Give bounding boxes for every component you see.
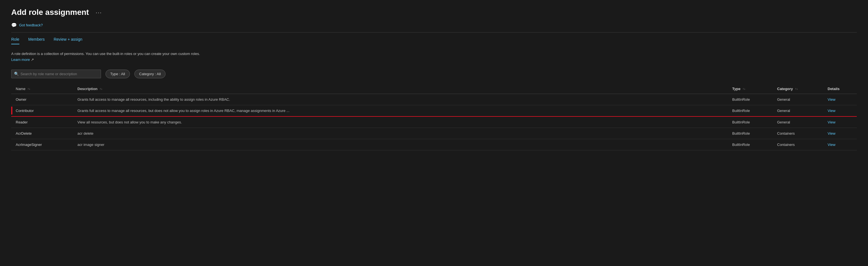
col-header-description[interactable]: Description ↑↓ [73, 84, 728, 94]
view-link[interactable]: View [828, 120, 835, 124]
cell-name: Owner [11, 94, 73, 105]
search-input[interactable] [11, 69, 101, 78]
cell-description: View all resources, but does not allow y… [73, 116, 728, 128]
cell-category: General [773, 94, 823, 105]
cell-details: View [823, 139, 857, 150]
table-row[interactable]: Owner Grants full access to manage all r… [11, 94, 857, 105]
table-header-row: Name ↑↓ Description ↑↓ Type ↑↓ Category … [11, 84, 857, 94]
search-icon: 🔍 [14, 71, 19, 76]
cell-type: BuiltInRole [728, 139, 773, 150]
cell-name: AcrImageSigner [11, 139, 73, 150]
type-filter-button[interactable]: Type : All [105, 69, 130, 78]
cell-type: BuiltInRole [728, 105, 773, 116]
col-header-details: Details [823, 84, 857, 94]
view-link[interactable]: View [828, 97, 835, 101]
cell-category: Containers [773, 128, 823, 139]
table-row[interactable]: Reader View all resources, but does not … [11, 116, 857, 128]
more-options-button[interactable]: ··· [93, 8, 104, 17]
category-filter-label: Category : All [139, 72, 161, 76]
type-filter-label: Type : All [110, 72, 125, 76]
view-link[interactable]: View [828, 131, 835, 136]
tab-role[interactable]: Role [11, 37, 19, 45]
view-link[interactable]: View [828, 143, 835, 147]
search-wrapper: 🔍 [11, 69, 101, 78]
page-title: Add role assignment [11, 8, 89, 17]
description-text: A role definition is a collection of per… [11, 52, 200, 56]
description-sort-icon: ↑↓ [100, 88, 102, 90]
selected-indicator [11, 107, 12, 115]
cell-category: General [773, 116, 823, 128]
cell-type: BuiltInRole [728, 128, 773, 139]
table-row[interactable]: AcrDelete acr delete BuiltInRole Contain… [11, 128, 857, 139]
tab-review-assign[interactable]: Review + assign [54, 37, 82, 45]
feedback-link[interactable]: Got feedback? [19, 23, 43, 27]
description-block: A role definition is a collection of per… [11, 51, 208, 63]
table-row[interactable]: Contributor Grants full access to manage… [11, 105, 857, 116]
cell-details: View [823, 116, 857, 128]
cell-details: View [823, 105, 857, 116]
external-link-icon: ↗ [31, 58, 34, 62]
cell-name: Reader [11, 116, 73, 128]
col-header-name[interactable]: Name ↑↓ [11, 84, 73, 94]
view-link[interactable]: View [828, 109, 835, 113]
feedback-icon: 💬 [11, 23, 17, 28]
roles-table-container: Name ↑↓ Description ↑↓ Type ↑↓ Category … [11, 84, 857, 266]
cell-details: View [823, 128, 857, 139]
category-sort-icon: ↑↓ [795, 88, 798, 90]
cell-description: acr image signer [73, 139, 728, 150]
type-sort-icon: ↑↓ [743, 88, 745, 90]
cell-name: Contributor [11, 105, 73, 116]
cell-category: Containers [773, 139, 823, 150]
col-header-type[interactable]: Type ↑↓ [728, 84, 773, 94]
learn-more-link[interactable]: Learn more [11, 58, 30, 62]
name-sort-icon: ↑↓ [28, 88, 30, 90]
tabs-row: Role Members Review + assign [11, 37, 857, 45]
filters-row: 🔍 Type : All Category : All [11, 69, 857, 78]
cell-category: General [773, 105, 823, 116]
cell-description: Grants full access to manage all resourc… [73, 105, 728, 116]
category-filter-button[interactable]: Category : All [134, 69, 165, 78]
cell-description: Grants full access to manage all resourc… [73, 94, 728, 105]
col-header-category[interactable]: Category ↑↓ [773, 84, 823, 94]
tab-members[interactable]: Members [28, 37, 44, 45]
cell-description: acr delete [73, 128, 728, 139]
cell-name: AcrDelete [11, 128, 73, 139]
roles-table: Name ↑↓ Description ↑↓ Type ↑↓ Category … [11, 84, 857, 150]
table-row[interactable]: AcrImageSigner acr image signer BuiltInR… [11, 139, 857, 150]
cell-details: View [823, 94, 857, 105]
cell-type: BuiltInRole [728, 94, 773, 105]
cell-type: BuiltInRole [728, 116, 773, 128]
